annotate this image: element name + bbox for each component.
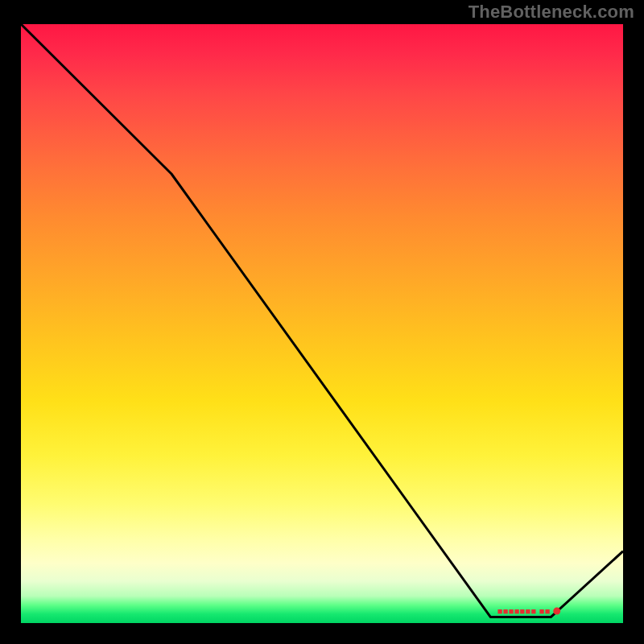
marker-dot <box>553 608 560 615</box>
watermark-text: TheBottleneck.com <box>469 2 634 23</box>
chart-frame: TheBottleneck.com ■■■■■■■ ■■ <box>0 0 644 644</box>
plot-area: ■■■■■■■ ■■ <box>21 24 623 623</box>
plot-svg: ■■■■■■■ ■■ <box>21 24 623 623</box>
series-line <box>21 24 623 617</box>
marker-label: ■■■■■■■ ■■ <box>497 606 551 616</box>
